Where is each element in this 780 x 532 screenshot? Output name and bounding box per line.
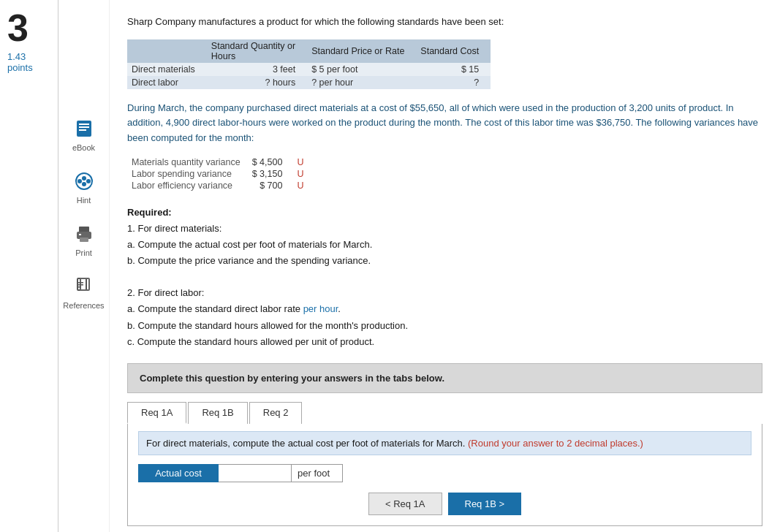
tab-instruction-text: For direct materials, compute the actual… <box>146 438 465 449</box>
svg-rect-0 <box>77 121 91 137</box>
svg-rect-11 <box>80 238 88 242</box>
actual-cost-input[interactable] <box>219 464 292 482</box>
next-button[interactable]: Req 1B > <box>448 493 522 515</box>
row-price: $ 5 per foot <box>307 63 416 76</box>
hint-icon <box>72 170 96 193</box>
variances-table: Materials quantity variance $ 4,500 U La… <box>127 156 311 191</box>
ebook-button[interactable]: eBook <box>72 117 96 152</box>
col-label-header <box>127 39 207 63</box>
question-number-panel: 3 1.43 points <box>0 0 58 532</box>
variance-row: Labor efficiency variance $ 700 U <box>127 180 311 191</box>
variance-row: Labor spending variance $ 3,150 U <box>127 168 311 180</box>
hint-label: Hint <box>77 196 91 205</box>
rate-per-hour-link[interactable]: per hour <box>303 303 338 314</box>
print-label: Print <box>75 248 92 257</box>
question-intro: Sharp Company manufactures a product for… <box>127 15 762 29</box>
svg-rect-17 <box>77 286 81 288</box>
svg-rect-9 <box>79 227 89 232</box>
col-qty-header: Standard Quantity orHours <box>207 39 307 63</box>
variance-amount: $ 3,150 <box>248 168 290 180</box>
row-price: ? per hour <box>307 76 416 89</box>
points-display: 1.43 points <box>7 51 50 73</box>
svg-rect-16 <box>77 284 83 286</box>
table-row: Direct materials 3 feet $ 5 per foot $ 1… <box>127 63 491 76</box>
complete-instruction-text: Complete this question by entering your … <box>140 373 444 384</box>
round-note: (Round your answer to 2 decimal places.) <box>468 438 643 449</box>
tab-req2[interactable]: Req 2 <box>249 402 303 424</box>
svg-point-6 <box>77 179 82 183</box>
variance-flag: U <box>289 168 311 180</box>
req-1-heading: 1. For direct materials: <box>127 223 221 234</box>
variance-row: Materials quantity variance $ 4,500 U <box>127 156 311 168</box>
row-quantity: 3 feet <box>207 63 307 76</box>
variance-amount: $ 700 <box>248 180 290 191</box>
standards-table: Standard Quantity orHours Standard Price… <box>127 39 491 89</box>
tab-content-area: For direct materials, compute the actual… <box>127 424 762 526</box>
svg-point-5 <box>82 176 86 180</box>
ebook-icon <box>72 117 96 140</box>
req-2a: a. Compute the standard direct labor rat… <box>127 303 341 314</box>
req-2c: c. Compute the standard hours allowed pe… <box>127 336 374 347</box>
req-2b: b. Compute the standard hours allowed fo… <box>127 320 408 331</box>
svg-rect-3 <box>79 129 86 131</box>
variance-label: Labor efficiency variance <box>127 180 248 191</box>
row-quantity: ? hours <box>207 76 307 89</box>
references-label: References <box>63 301 104 310</box>
ebook-label: eBook <box>72 143 95 152</box>
req-1a: a. Compute the actual cost per foot of m… <box>127 239 372 250</box>
row-cost: ? <box>416 76 491 89</box>
variance-label: Materials quantity variance <box>127 156 248 168</box>
tab-req1b[interactable]: Req 1B <box>188 402 247 424</box>
answer-row: Actual cost per foot <box>138 464 751 482</box>
row-label: Direct labor <box>127 76 207 89</box>
col-price-header: Standard Price or Rate <box>307 39 416 63</box>
svg-point-8 <box>82 182 86 186</box>
tab-req1a[interactable]: Req 1A <box>127 402 186 424</box>
svg-rect-12 <box>79 234 81 235</box>
hint-button[interactable]: Hint <box>72 170 96 205</box>
answer-label: Actual cost <box>138 464 219 482</box>
answer-unit: per foot <box>292 464 343 482</box>
variance-label: Labor spending variance <box>127 168 248 180</box>
question-number: 3 <box>7 9 50 47</box>
tab-instruction: For direct materials, compute the actual… <box>138 431 751 455</box>
tabs-container: Req 1A Req 1B Req 2 <box>127 402 762 424</box>
main-content: Sharp Company manufactures a product for… <box>110 0 780 532</box>
print-icon <box>72 222 96 246</box>
svg-rect-2 <box>79 126 89 128</box>
row-cost: $ 15 <box>416 63 491 76</box>
nav-buttons: < Req 1A Req 1B > <box>138 493 751 515</box>
references-button[interactable]: References <box>63 275 104 310</box>
print-button[interactable]: Print <box>72 222 96 257</box>
complete-instruction-box: Complete this question by entering your … <box>127 363 762 393</box>
icon-sidebar: eBook Hint <box>58 0 110 532</box>
references-icon <box>72 275 95 298</box>
description-paragraph: During March, the company purchased dire… <box>127 101 762 146</box>
col-cost-header: Standard Cost <box>416 39 491 63</box>
table-row: Direct labor ? hours ? per hour ? <box>127 76 491 89</box>
variance-flag: U <box>289 180 311 191</box>
required-label: Required: <box>127 207 172 218</box>
req-2-heading: 2. For direct labor: <box>127 287 205 298</box>
svg-rect-15 <box>77 282 83 284</box>
row-label: Direct materials <box>127 63 207 76</box>
required-section: Required: 1. For direct materials: a. Co… <box>127 205 762 350</box>
prev-button[interactable]: < Req 1A <box>368 493 442 515</box>
svg-point-7 <box>86 179 91 183</box>
req-1b: b. Compute the price variance and the sp… <box>127 255 371 266</box>
variance-flag: U <box>289 156 311 168</box>
variance-amount: $ 4,500 <box>248 156 290 168</box>
svg-rect-1 <box>79 123 89 125</box>
